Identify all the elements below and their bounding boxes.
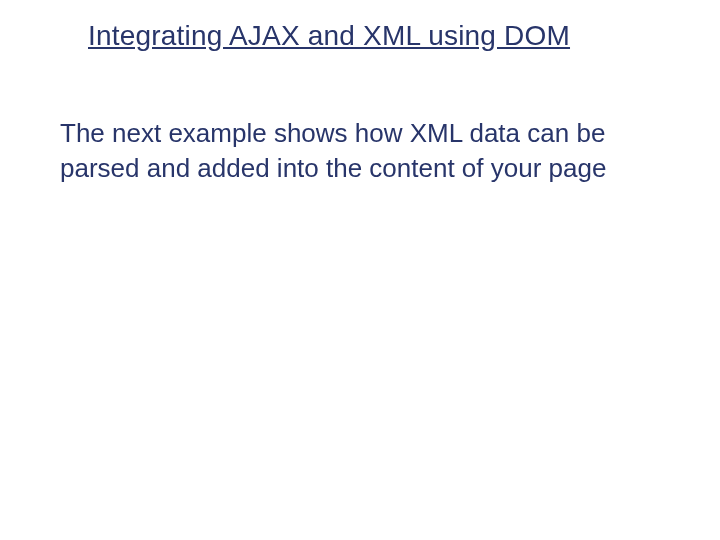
slide-container: Integrating AJAX and XML using DOM The n…: [0, 0, 720, 540]
slide-body-text: The next example shows how XML data can …: [60, 116, 640, 186]
slide-title: Integrating AJAX and XML using DOM: [88, 20, 570, 52]
